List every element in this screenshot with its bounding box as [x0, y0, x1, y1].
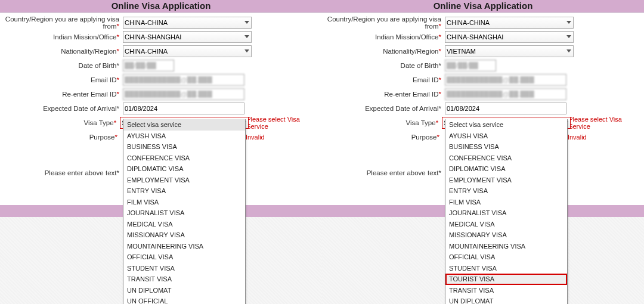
visa-option[interactable]: JOURNALIST VISA [123, 207, 245, 219]
visa-option[interactable]: OFFICIAL VISA [445, 252, 567, 263]
visa-option[interactable]: ENTRY VISA [445, 185, 567, 197]
email2-input[interactable] [445, 88, 566, 100]
label-arrival: Expected Date of Arrival [365, 105, 438, 112]
label-nationality: Nationality/Region [61, 48, 116, 55]
email-input[interactable] [445, 74, 566, 86]
label-captcha: Please enter above text [45, 169, 117, 176]
label-country: Country/Region you are applying visa fro… [5, 15, 119, 30]
visa-option[interactable]: FILM VISA [123, 197, 245, 208]
visa-option[interactable]: UN DIPLOMAT [123, 285, 245, 296]
visa-option[interactable]: EMPLOYMENT VISA [445, 175, 567, 186]
visa-option[interactable]: BUSINESS VISA [445, 141, 567, 153]
nationality-select[interactable]: CHINA-CHINA [123, 45, 252, 57]
arrival-input[interactable] [445, 103, 566, 114]
visa-option[interactable]: UN OFFICIAL [123, 296, 245, 304]
dob-input[interactable] [123, 60, 174, 72]
mission-select[interactable]: CHINA-SHANGHAI [445, 31, 574, 43]
visa-option[interactable]: OFFICIAL VISA [123, 252, 245, 263]
visa-option[interactable]: CONFERENCE VISA [445, 153, 567, 164]
visa-option[interactable]: AYUSH VISA [123, 131, 245, 142]
visa-option[interactable]: CONFERENCE VISA [123, 153, 245, 164]
visa-option[interactable]: EMPLOYMENT VISA [123, 175, 245, 186]
visa-option[interactable]: AYUSH VISA [445, 131, 567, 142]
label-email: Email ID [413, 76, 438, 83]
label-purpose: Purpose [411, 134, 437, 141]
visa-option[interactable]: UN DIPLOMAT [445, 296, 567, 304]
visa-option[interactable]: MOUNTAINEERING VISA [123, 241, 245, 252]
label-nationality: Nationality/Region [383, 48, 438, 55]
visa-option[interactable]: MOUNTAINEERING VISA [445, 241, 567, 252]
error-visatype: Please select Visa Service [564, 116, 644, 130]
panel-right: Online Visa Application Country/Region y… [322, 0, 644, 304]
visa-option[interactable]: TOURIST VISA [445, 274, 567, 285]
email-input[interactable] [123, 74, 244, 86]
visa-option[interactable]: TRANSIT VISA [445, 285, 567, 296]
mission-select[interactable]: CHINA-SHANGHAI [123, 31, 252, 43]
label-dob: Date of Birth [79, 62, 117, 69]
country-select[interactable]: CHINA-CHINA [445, 17, 574, 29]
label-email2: Re-enter Email ID [384, 91, 438, 98]
visa-option[interactable]: STUDENT VISA [123, 263, 245, 274]
label-email: Email ID [91, 76, 116, 83]
email2-input[interactable] [123, 88, 244, 100]
nationality-select[interactable]: VIETNAM [445, 45, 574, 57]
label-purpose: Purpose [89, 134, 115, 141]
label-mission: Indian Mission/Office [53, 33, 117, 41]
label-visatype: Visa Type [84, 119, 114, 126]
arrival-input[interactable] [123, 103, 244, 114]
visa-option[interactable]: MISSIONARY VISA [123, 229, 245, 241]
error-visatype: Please select Visa Service [242, 116, 322, 130]
visa-option[interactable]: STUDENT VISA [445, 263, 567, 274]
dob-input[interactable] [445, 60, 496, 72]
visa-option[interactable]: BUSINESS VISA [123, 141, 245, 153]
visa-option[interactable]: MISSIONARY VISA [445, 229, 567, 241]
visa-option[interactable]: MEDICAL VISA [123, 219, 245, 230]
visa-option[interactable]: JOURNALIST VISA [445, 207, 567, 219]
visa-option[interactable]: Select visa service [445, 119, 567, 131]
visa-option[interactable]: FILM VISA [445, 197, 567, 208]
visa-option[interactable]: MEDICAL VISA [445, 219, 567, 230]
label-dob: Date of Birth [401, 62, 439, 69]
label-arrival: Expected Date of Arrival [43, 105, 116, 112]
page-title: Online Visa Application [0, 0, 322, 13]
visa-option[interactable]: TRANSIT VISA [123, 274, 245, 285]
visa-option[interactable]: Select visa service [123, 119, 245, 131]
error-purpose: Invalid [563, 134, 644, 141]
visa-option[interactable]: DIPLOMATIC VISA [445, 163, 567, 175]
label-email2: Re-enter Email ID [62, 91, 116, 98]
visa-option[interactable]: DIPLOMATIC VISA [123, 163, 245, 175]
visatype-dropdown[interactable]: Select visa serviceAYUSH VISABUSINESS VI… [445, 119, 568, 304]
label-captcha: Please enter above text [367, 169, 439, 176]
country-select[interactable]: CHINA-CHINA [123, 17, 252, 29]
label-mission: Indian Mission/Office [375, 33, 439, 41]
label-country: Country/Region you are applying visa fro… [327, 15, 441, 30]
panel-left: Online Visa Application Country/Region y… [0, 0, 323, 304]
visa-option[interactable]: ENTRY VISA [123, 185, 245, 197]
visatype-dropdown[interactable]: Select visa serviceAYUSH VISABUSINESS VI… [123, 119, 246, 304]
page-title: Online Visa Application [322, 0, 644, 13]
label-visatype: Visa Type [406, 119, 436, 126]
error-purpose: Invalid [241, 134, 322, 141]
